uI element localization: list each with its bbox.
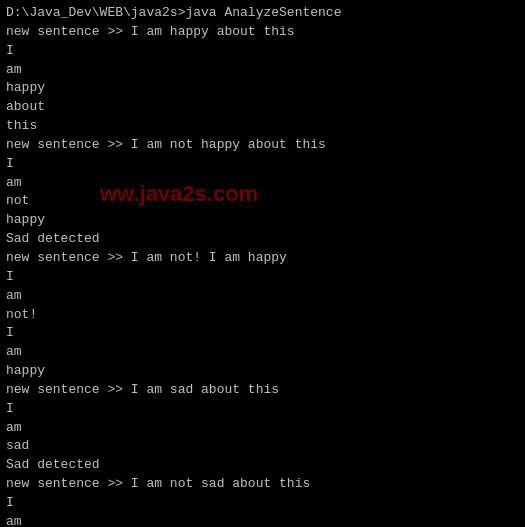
terminal-line-s1-w4: about xyxy=(6,98,519,117)
terminal-line-sentence3-header: new sentence >> I am not! I am happy xyxy=(6,249,519,268)
terminal-line-s1-w1: I xyxy=(6,42,519,61)
terminal-line-sentence2-header: new sentence >> I am not happy about thi… xyxy=(6,136,519,155)
terminal-line-cmd-line: D:\Java_Dev\WEB\java2s>java AnalyzeSente… xyxy=(6,4,519,23)
terminal-line-s3-w2: am xyxy=(6,287,519,306)
terminal-window: D:\Java_Dev\WEB\java2s>java AnalyzeSente… xyxy=(0,0,525,527)
terminal-line-s5-w1: I xyxy=(6,494,519,513)
terminal-line-s1-w5: this xyxy=(6,117,519,136)
terminal-line-s2-w2: am xyxy=(6,174,519,193)
terminal-line-sentence1-header: new sentence >> I am happy about this xyxy=(6,23,519,42)
terminal-line-s3-w5: am xyxy=(6,343,519,362)
terminal-line-s4-detect: Sad detected xyxy=(6,456,519,475)
terminal-line-s2-w1: I xyxy=(6,155,519,174)
terminal-line-s3-w3: not! xyxy=(6,306,519,325)
terminal-line-s3-w4: I xyxy=(6,324,519,343)
terminal-line-s4-w3: sad xyxy=(6,437,519,456)
terminal-line-s4-w2: am xyxy=(6,419,519,438)
terminal-line-s1-w2: am xyxy=(6,61,519,80)
terminal-line-s2-w3: not xyxy=(6,192,519,211)
terminal-line-s2-detect: Sad detected xyxy=(6,230,519,249)
terminal-line-s4-w1: I xyxy=(6,400,519,419)
terminal-line-s3-w1: I xyxy=(6,268,519,287)
terminal-line-s3-w6: happy xyxy=(6,362,519,381)
terminal-line-sentence4-header: new sentence >> I am sad about this xyxy=(6,381,519,400)
terminal-line-s1-w3: happy xyxy=(6,79,519,98)
terminal-output: D:\Java_Dev\WEB\java2s>java AnalyzeSente… xyxy=(6,4,519,527)
terminal-line-sentence5-header: new sentence >> I am not sad about this xyxy=(6,475,519,494)
terminal-line-s2-w4: happy xyxy=(6,211,519,230)
terminal-line-s5-w2: am xyxy=(6,513,519,527)
